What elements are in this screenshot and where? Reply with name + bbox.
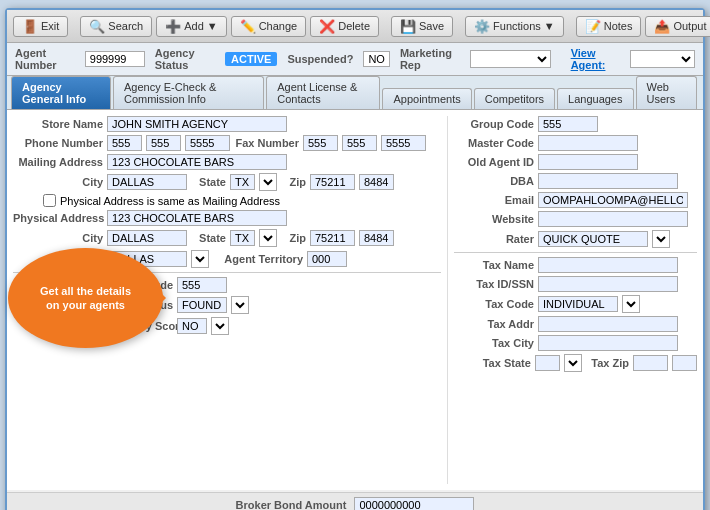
rater-label: Rater	[454, 233, 534, 245]
fax-input1[interactable]	[303, 135, 338, 151]
save-button[interactable]: 💾 Save	[391, 16, 453, 37]
tab-webusers[interactable]: Web Users	[636, 76, 698, 109]
tax-code-input[interactable]	[538, 296, 618, 312]
broker-bond-input[interactable]	[354, 497, 474, 510]
tax-addr-label: Tax Addr	[454, 318, 534, 330]
latlng-input[interactable]	[177, 297, 227, 313]
physical-input[interactable]	[107, 210, 287, 226]
rater-row: Rater	[454, 230, 697, 248]
search-icon: 🔍	[89, 19, 105, 34]
zip3-input[interactable]	[310, 230, 355, 246]
agent-number-input[interactable]	[85, 51, 145, 67]
city-label: City	[13, 176, 103, 188]
agency-status-label: Agency Status	[155, 47, 215, 71]
zip2-input[interactable]	[359, 174, 394, 190]
add-button[interactable]: ➕ Add ▼	[156, 16, 226, 37]
tab-languages[interactable]: Languages	[557, 88, 633, 109]
city-input[interactable]	[107, 174, 187, 190]
latlng-select[interactable]	[231, 296, 249, 314]
tax-code-row: Tax Code	[454, 295, 697, 313]
dba-label: DBA	[454, 175, 534, 187]
marketing-rep-select[interactable]	[470, 50, 551, 68]
tab-echeck[interactable]: Agency E-Check & Commission Info	[113, 76, 264, 109]
zip4-input[interactable]	[359, 230, 394, 246]
mailing-input[interactable]	[107, 154, 287, 170]
city-row: City State Zip	[13, 173, 441, 191]
tax-name-label: Tax Name	[454, 259, 534, 271]
master-code-label: Master Code	[454, 137, 534, 149]
tax-city-input[interactable]	[538, 335, 678, 351]
tab-competitors[interactable]: Competitors	[474, 88, 555, 109]
email-input[interactable]	[538, 192, 688, 208]
tax-state-select[interactable]	[564, 354, 582, 372]
old-agent-label: Old Agent ID	[454, 156, 534, 168]
view-agent-select[interactable]	[630, 50, 695, 68]
tax-id-label: Tax ID/SSN	[454, 278, 534, 290]
state2-input[interactable]	[230, 230, 255, 246]
tabs-bar: Agency General Info Agency E-Check & Com…	[7, 76, 703, 110]
dba-row: DBA	[454, 173, 697, 189]
tax-state-input[interactable]	[535, 355, 560, 371]
group-code-input[interactable]	[538, 116, 598, 132]
old-agent-row: Old Agent ID	[454, 154, 697, 170]
phone-input3[interactable]	[185, 135, 230, 151]
rater-input[interactable]	[538, 231, 648, 247]
tax-id-row: Tax ID/SSN	[454, 276, 697, 292]
functions-button[interactable]: ⚙️ Functions ▼	[465, 16, 564, 37]
speech-bubble-text2: on your agents	[46, 299, 125, 311]
longitude-input[interactable]	[177, 277, 227, 293]
tax-zip-input2[interactable]	[672, 355, 697, 371]
tax-code-select[interactable]	[622, 295, 640, 313]
vehicle-score-select[interactable]	[211, 317, 229, 335]
rater-select[interactable]	[652, 230, 670, 248]
old-agent-input[interactable]	[538, 154, 638, 170]
search-button[interactable]: 🔍 Search	[80, 16, 152, 37]
tab-appointments[interactable]: Appointments	[382, 88, 471, 109]
tax-addr-input[interactable]	[538, 316, 678, 332]
tax-code-label: Tax Code	[454, 298, 534, 310]
fax-input2[interactable]	[342, 135, 377, 151]
state2-select[interactable]	[259, 229, 277, 247]
zip-input[interactable]	[310, 174, 355, 190]
right-panel: Group Code Master Code Old Agent ID DBA	[447, 116, 697, 484]
tab-license[interactable]: Agent License & Contacts	[266, 76, 380, 109]
phone-input2[interactable]	[146, 135, 181, 151]
territory-input[interactable]	[307, 251, 347, 267]
website-input[interactable]	[538, 211, 688, 227]
view-agent-link[interactable]: View Agent:	[571, 47, 620, 71]
fax-input3[interactable]	[381, 135, 426, 151]
physical-same-checkbox[interactable]	[43, 194, 56, 207]
tax-state-label: Tax State	[454, 357, 531, 369]
county-select[interactable]	[191, 250, 209, 268]
zip3-label: Zip	[281, 232, 306, 244]
change-button[interactable]: ✏️ Change	[231, 16, 307, 37]
delete-button[interactable]: ❌ Delete	[310, 16, 379, 37]
functions-icon: ⚙️	[474, 19, 490, 34]
change-icon: ✏️	[240, 19, 256, 34]
tax-zip-input1[interactable]	[633, 355, 668, 371]
state-select[interactable]	[259, 173, 277, 191]
physical-same-row: Physical Address is same as Mailing Addr…	[13, 194, 441, 207]
exit-button[interactable]: 🚪 Exit	[13, 16, 68, 37]
email-row: Email	[454, 192, 697, 208]
tax-zip-label: Tax Zip	[586, 357, 629, 369]
phone-input1[interactable]	[107, 135, 142, 151]
tax-addr-row: Tax Addr	[454, 316, 697, 332]
toolbar: 🚪 Exit 🔍 Search ➕ Add ▼ ✏️ Change ❌ Dele…	[7, 10, 703, 43]
tax-id-input[interactable]	[538, 276, 678, 292]
state-input[interactable]	[230, 174, 255, 190]
marketing-rep-label: Marketing Rep	[400, 47, 460, 71]
output-icon: 📤	[654, 19, 670, 34]
notes-button[interactable]: 📝 Notes	[576, 16, 642, 37]
tab-general[interactable]: Agency General Info	[11, 76, 111, 109]
tax-name-input[interactable]	[538, 257, 678, 273]
mailing-row: Mailing Address	[13, 154, 441, 170]
vehicle-score-input[interactable]	[177, 318, 207, 334]
broker-bond-label: Broker Bond Amount	[236, 499, 347, 510]
output-button[interactable]: 📤 Output	[645, 16, 710, 37]
phone-row: Phone Number Fax Number	[13, 135, 441, 151]
master-code-input[interactable]	[538, 135, 638, 151]
store-name-input[interactable]	[107, 116, 287, 132]
dba-input[interactable]	[538, 173, 678, 189]
city2-input[interactable]	[107, 230, 187, 246]
